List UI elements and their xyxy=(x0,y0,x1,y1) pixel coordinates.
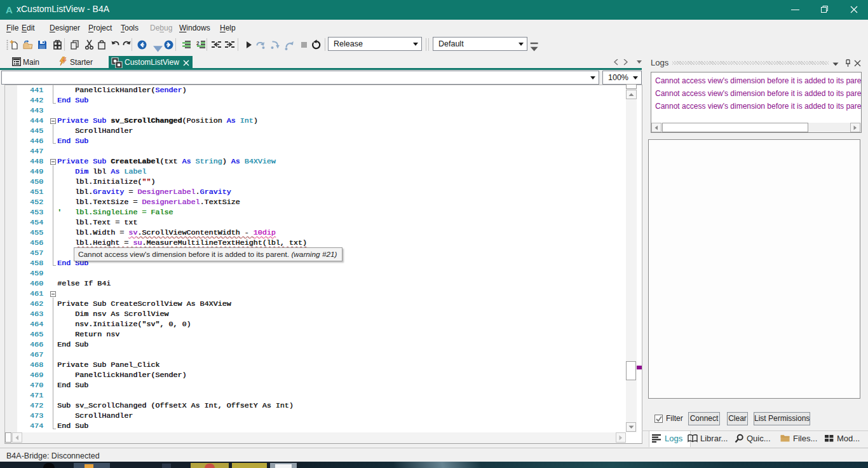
svg-text:2: 2 xyxy=(196,40,200,46)
